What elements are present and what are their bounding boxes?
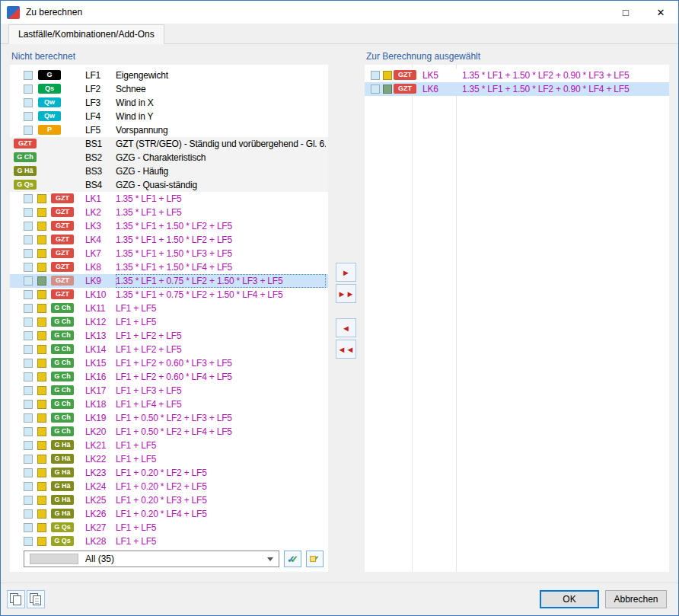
color-chip: [24, 126, 33, 135]
row-id: BS2: [85, 151, 102, 164]
list-row-LK6[interactable]: GZTLK61.35 * LF1 + 1.50 * LF2 + 0.90 * L…: [365, 82, 669, 96]
row-description: 1.35 * LF1 + 1.50 * LF2 + 0.90 * LF3 + L…: [462, 69, 667, 82]
list-row-LK14[interactable]: G ChLK14LF1 + LF2 + LF5: [10, 343, 328, 356]
row-id: LK13: [85, 329, 106, 343]
copy-button[interactable]: [7, 590, 25, 608]
list-row-LF5[interactable]: PLF5Vorspannung: [10, 123, 328, 137]
row-id: LK15: [85, 356, 106, 370]
list-row-LK1[interactable]: GZTLK11.35 * LF1 + LF5: [10, 192, 328, 206]
list-row-LK25[interactable]: G HäLK25LF1 + 0.20 * LF3 + LF5: [10, 493, 328, 507]
row-description: LF1 + 0.50 * LF2 + LF4 + LF5: [116, 425, 326, 439]
color-chip: [24, 208, 33, 217]
list-row-LF4[interactable]: QwLF4Wind in Y: [10, 110, 328, 123]
color-chip: [24, 98, 33, 107]
square-icon: [310, 556, 316, 562]
color-chip: [37, 509, 46, 519]
ok-button[interactable]: OK: [540, 590, 599, 608]
color-chip: [24, 413, 33, 423]
tabstrip: Lastfälle/Kombinationen/Add-Ons: [1, 24, 678, 44]
add-all-button[interactable]: ►►: [336, 284, 356, 303]
list-row-LK26[interactable]: G HäLK26LF1 + 0.20 * LF4 + LF5: [10, 507, 328, 521]
remove-button[interactable]: ◄: [336, 318, 356, 337]
color-chip: [24, 523, 33, 532]
color-chip: [24, 290, 33, 299]
list-row-LF3[interactable]: QwLF3Wind in X: [10, 96, 328, 110]
row-description: Eigengewicht: [116, 69, 326, 82]
color-chip: [24, 509, 33, 519]
list-row-LK3[interactable]: GZTLK31.35 * LF1 + 1.50 * LF2 + LF5: [10, 219, 328, 233]
row-description: LF1 + LF5: [116, 302, 326, 315]
color-chip: [24, 427, 33, 436]
row-id: BS1: [85, 137, 102, 151]
list-row-BS1[interactable]: GZTBS1GZT (STR/GEO) - Ständig und vorübe…: [10, 137, 328, 151]
maximize-icon[interactable]: □: [608, 1, 643, 24]
list-row-LK28[interactable]: G QsLK28LF1 + LF5: [10, 535, 328, 548]
tab-lastfaelle-kombinationen-addons[interactable]: Lastfälle/Kombinationen/Add-Ons: [8, 24, 164, 44]
list-row-LK21[interactable]: G HäLK21LF1 + LF5: [10, 439, 328, 452]
category-badge: G Ch: [51, 344, 74, 354]
color-chip: [24, 345, 33, 354]
check-relevant-button[interactable]: ✓: [306, 551, 324, 567]
category-badge: G Ch: [51, 426, 74, 436]
row-description: GZT (STR/GEO) - Ständig und vorübergehen…: [116, 137, 326, 151]
category-badge: Qw: [38, 111, 61, 121]
check-all-button[interactable]: ✓✓: [284, 551, 301, 567]
color-chip: [37, 400, 46, 409]
list-row-LK13[interactable]: G ChLK13LF1 + LF2 + LF5: [10, 329, 328, 343]
close-icon[interactable]: ✕: [643, 1, 678, 24]
list-row-LF1[interactable]: GLF1Eigengewicht: [10, 69, 328, 82]
row-id: LK19: [85, 411, 106, 425]
list-row-LK9[interactable]: GZTLK91.35 * LF1 + 0.75 * LF2 + 1.50 * L…: [10, 274, 328, 288]
list-row-LK27[interactable]: G QsLK27LF1 + LF5: [10, 521, 328, 535]
list-row-LK23[interactable]: G HäLK23LF1 + 0.20 * LF2 + LF5: [10, 466, 328, 480]
filter-combobox[interactable]: All (35): [24, 551, 279, 567]
right-rows: GZTLK51.35 * LF1 + 1.50 * LF2 + 0.90 * L…: [365, 65, 669, 96]
list-row-BS3[interactable]: G HäBS3GZG - Häufig: [10, 164, 328, 178]
category-badge: G Ch: [51, 330, 74, 340]
list-row-BS2[interactable]: G ChBS2GZG - Charakteristisch: [10, 151, 328, 164]
list-row-LK18[interactable]: G ChLK18LF1 + LF4 + LF5: [10, 397, 328, 411]
list-row-LK17[interactable]: G ChLK17LF1 + LF3 + LF5: [10, 384, 328, 397]
list-row-LK24[interactable]: G HäLK24LF1 + 0.20 * LF2 + LF5: [10, 480, 328, 493]
row-description: GZG - Quasi-ständig: [116, 178, 326, 192]
list-row-BS4[interactable]: G QsBS4GZG - Quasi-ständig: [10, 178, 328, 192]
list-row-LK7[interactable]: GZTLK71.35 * LF1 + 1.50 * LF3 + LF5: [10, 247, 328, 260]
list-row-LK16[interactable]: G ChLK16LF1 + LF2 + 0.60 * LF4 + LF5: [10, 370, 328, 384]
filter-color-swatch: [30, 554, 78, 564]
list-row-LK8[interactable]: GZTLK81.35 * LF1 + 1.50 * LF4 + LF5: [10, 260, 328, 274]
list-row-LK20[interactable]: G ChLK20LF1 + 0.50 * LF2 + LF4 + LF5: [10, 425, 328, 439]
list-row-LK2[interactable]: GZTLK21.35 * LF1 + LF5: [10, 206, 328, 219]
row-id: LK20: [85, 425, 106, 439]
row-description: Wind in X: [116, 96, 326, 110]
row-id: LK27: [85, 521, 106, 535]
copy-list-button[interactable]: [27, 590, 45, 608]
list-row-LK15[interactable]: G ChLK15LF1 + LF2 + 0.60 * LF3 + LF5: [10, 356, 328, 370]
add-button[interactable]: ►: [336, 263, 356, 282]
left-panel-header: Nicht berechnet: [11, 51, 75, 62]
color-chip: [24, 235, 33, 244]
cancel-button[interactable]: Abbrechen: [605, 590, 667, 608]
list-row-LF2[interactable]: QsLF2Schnee: [10, 82, 328, 96]
list-row-LK11[interactable]: G ChLK11LF1 + LF5: [10, 302, 328, 315]
list-row-LK22[interactable]: G HäLK22LF1 + LF5: [10, 452, 328, 466]
list-row-LK12[interactable]: G ChLK12LF1 + LF5: [10, 315, 328, 329]
row-id: LK3: [85, 219, 101, 233]
color-chip: [37, 468, 46, 477]
list-row-LK4[interactable]: GZTLK41.35 * LF1 + 1.50 * LF2 + LF5: [10, 233, 328, 247]
category-badge: G Qs: [14, 180, 37, 190]
list-row-LK19[interactable]: G ChLK19LF1 + 0.50 * LF2 + LF3 + LF5: [10, 411, 328, 425]
list-row-LK5[interactable]: GZTLK51.35 * LF1 + 1.50 * LF2 + 0.90 * L…: [365, 69, 669, 82]
arrow-left-icon: ◄: [342, 324, 350, 333]
color-chip: [24, 112, 33, 121]
selected-for-calculation-list: GZTLK51.35 * LF1 + 1.50 * LF2 + 0.90 * L…: [365, 65, 669, 572]
category-badge: GZT: [14, 139, 37, 148]
row-description: LF1 + LF3 + LF5: [116, 384, 326, 397]
color-chip: [24, 455, 33, 464]
row-id: LK10: [85, 288, 106, 302]
list-row-LK10[interactable]: GZTLK101.35 * LF1 + 0.75 * LF2 + 1.50 * …: [10, 288, 328, 302]
color-chip: [371, 85, 380, 94]
category-badge: GZT: [51, 262, 74, 272]
color-chip: [24, 386, 33, 395]
category-badge: G Hä: [51, 481, 74, 491]
remove-all-button[interactable]: ◄◄: [336, 340, 356, 359]
